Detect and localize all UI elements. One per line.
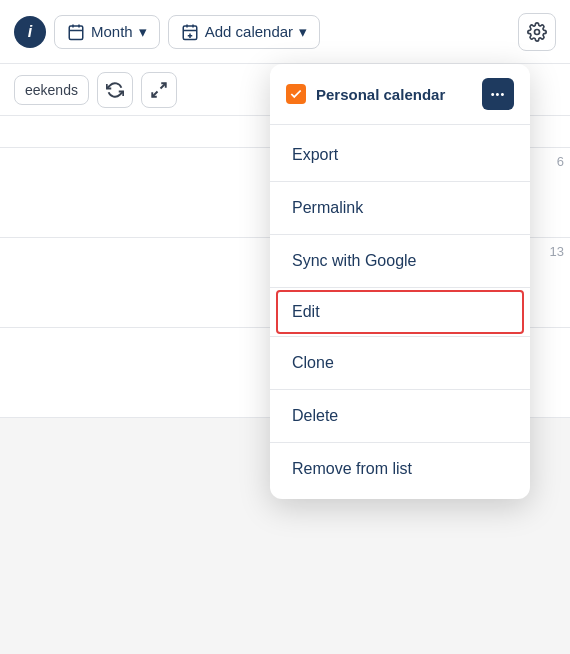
sync-google-label: Sync with Google [292,252,417,270]
weekends-button[interactable]: eekends [14,75,89,105]
dropdown-menu: Export Permalink Sync with Google Edit C… [270,125,530,499]
add-calendar-icon [181,23,199,41]
menu-item-clone[interactable]: Clone [270,339,530,387]
sync-button[interactable] [97,72,133,108]
divider-1 [270,181,530,182]
edit-label: Edit [292,303,320,321]
svg-rect-0 [69,26,83,40]
divider-6 [270,442,530,443]
divider-2 [270,234,530,235]
settings-button[interactable] [518,13,556,51]
add-calendar-chevron: ▾ [299,23,307,41]
delete-label: Delete [292,407,338,425]
divider-5 [270,389,530,390]
menu-item-permalink[interactable]: Permalink [270,184,530,232]
more-dots-icon: ••• [491,89,506,100]
calendar-dropdown: Personal calendar ••• Export Permalink S… [270,64,530,499]
add-calendar-label: Add calendar [205,23,293,40]
menu-item-sync-google[interactable]: Sync with Google [270,237,530,285]
menu-item-edit[interactable]: Edit [276,290,524,334]
month-view-button[interactable]: Month ▾ [54,15,160,49]
calendar-icon [67,23,85,41]
sync-icon [106,81,124,99]
info-icon: i [28,23,32,41]
svg-point-10 [535,29,540,34]
add-calendar-button[interactable]: Add calendar ▾ [168,15,320,49]
chevron-down-icon: ▾ [139,23,147,41]
divider-4 [270,336,530,337]
expand-icon [150,81,168,99]
checkmark-icon [289,87,303,101]
gear-icon [527,22,547,42]
calendar-name: Personal calendar [316,86,472,103]
main-toolbar: i Month ▾ Add calendar ▾ [0,0,570,64]
permalink-label: Permalink [292,199,363,217]
expand-button[interactable] [141,72,177,108]
divider-3 [270,287,530,288]
menu-item-remove[interactable]: Remove from list [270,445,530,493]
month-label: Month [91,23,133,40]
remove-label: Remove from list [292,460,412,478]
menu-item-delete[interactable]: Delete [270,392,530,440]
clone-label: Clone [292,354,334,372]
more-options-button[interactable]: ••• [482,78,514,110]
info-button[interactable]: i [14,16,46,48]
calendar-checkbox[interactable] [286,84,306,104]
weekends-label: eekends [25,82,78,98]
export-label: Export [292,146,338,164]
dropdown-header: Personal calendar ••• [270,64,530,125]
menu-item-export[interactable]: Export [270,131,530,179]
